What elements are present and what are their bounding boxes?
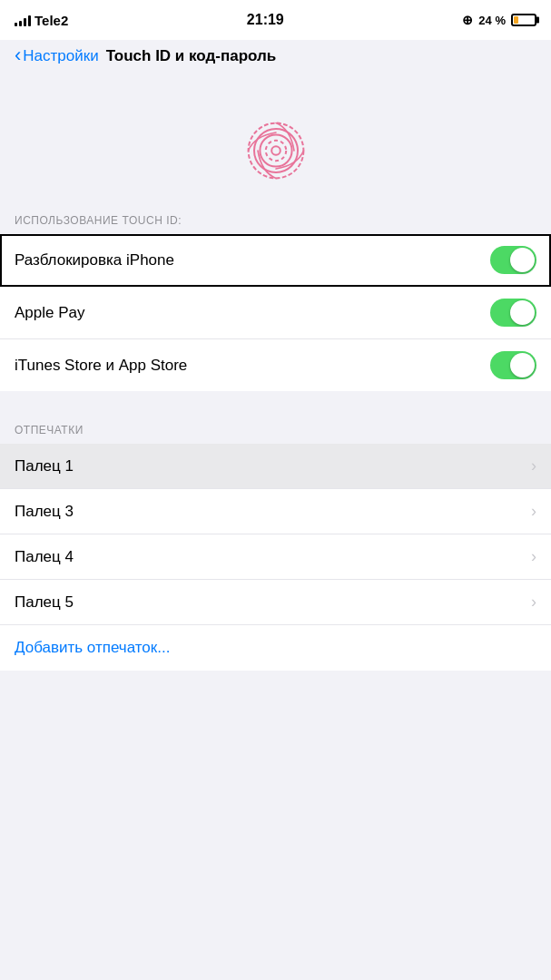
- finger-4-row[interactable]: Палец 4 ›: [0, 534, 551, 580]
- fingerprint-graphic-section: [0, 78, 551, 214]
- fingerprint-icon: [240, 114, 312, 187]
- finger-5-label: Палец 5: [15, 593, 74, 612]
- status-left: Tele2: [15, 13, 68, 28]
- itunes-app-store-row[interactable]: iTunes Store и App Store: [0, 339, 551, 391]
- toggle-thumb: [510, 248, 535, 272]
- unlock-iphone-toggle[interactable]: [490, 246, 536, 274]
- back-label: Настройки: [23, 47, 98, 65]
- svg-point-2: [260, 134, 291, 166]
- status-right: ⊕ 24 %: [462, 13, 536, 27]
- page-title: Touch ID и код-пароль: [106, 47, 277, 65]
- add-fingerprint-row[interactable]: Добавить отпечаток...: [0, 625, 551, 671]
- touch-id-usage-section: ИСПОЛЬЗОВАНИЕ TOUCH ID: Разблокировка iP…: [0, 214, 551, 391]
- touch-id-list: Разблокировка iPhone Apple Pay iTunes St…: [0, 234, 551, 391]
- fingerprints-list: Палец 1 › Палец 3 › Палец 4 › Палец 5 › …: [0, 444, 551, 671]
- finger-3-row[interactable]: Палец 3 ›: [0, 489, 551, 534]
- toggle-thumb-2: [510, 300, 535, 325]
- itunes-app-store-label: iTunes Store и App Store: [15, 357, 187, 375]
- unlock-iphone-row[interactable]: Разблокировка iPhone: [0, 234, 551, 287]
- bottom-gap: [0, 671, 551, 725]
- carrier-label: Tele2: [34, 13, 68, 28]
- svg-point-0: [248, 123, 303, 179]
- nav-bar: ‹ Настройки Touch ID и код-пароль: [0, 40, 551, 78]
- finger-3-chevron-icon: ›: [531, 502, 536, 521]
- touch-id-section-header: ИСПОЛЬЗОВАНИЕ TOUCH ID:: [0, 214, 551, 234]
- finger-1-label: Палец 1: [15, 457, 74, 475]
- apple-pay-row[interactable]: Apple Pay: [0, 287, 551, 339]
- toggle-thumb-3: [510, 353, 535, 377]
- finger-5-chevron-icon: ›: [531, 593, 536, 612]
- location-icon: ⊕: [462, 13, 473, 27]
- itunes-app-store-toggle[interactable]: [490, 351, 536, 379]
- battery-percent-label: 24 %: [478, 14, 506, 27]
- battery-indicator: [511, 14, 536, 26]
- apple-pay-toggle[interactable]: [490, 299, 536, 327]
- add-fingerprint-label: Добавить отпечаток...: [15, 639, 170, 657]
- finger-1-row[interactable]: Палец 1 ›: [0, 444, 551, 489]
- finger-4-label: Палец 4: [15, 548, 74, 566]
- battery-icon: [511, 14, 536, 26]
- finger-3-label: Палец 3: [15, 503, 74, 521]
- finger-5-row[interactable]: Палец 5 ›: [0, 580, 551, 625]
- apple-pay-label: Apple Pay: [15, 304, 85, 322]
- fingerprints-section: ОТПЕЧАТКИ Палец 1 › Палец 3 › Палец 4 › …: [0, 424, 551, 671]
- status-time: 21:19: [247, 12, 284, 28]
- back-button[interactable]: ‹ Настройки: [15, 47, 99, 65]
- svg-point-3: [265, 141, 285, 161]
- back-chevron-icon: ‹: [15, 45, 21, 65]
- battery-fill: [514, 16, 518, 24]
- finger-4-chevron-icon: ›: [531, 547, 536, 566]
- status-bar: Tele2 21:19 ⊕ 24 %: [0, 0, 551, 40]
- signal-bars-icon: [15, 14, 31, 26]
- svg-point-4: [271, 146, 280, 155]
- fingerprints-section-header: ОТПЕЧАТКИ: [0, 424, 551, 444]
- unlock-iphone-label: Разблокировка iPhone: [15, 251, 174, 270]
- finger-1-chevron-icon: ›: [531, 456, 536, 475]
- section-gap-1: [0, 391, 551, 424]
